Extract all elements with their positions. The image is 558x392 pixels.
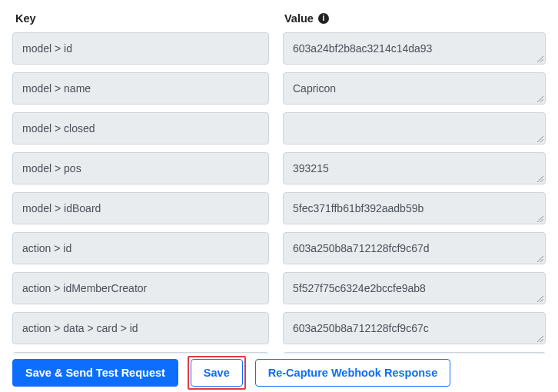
info-icon[interactable]: i	[318, 13, 329, 24]
value-text: 603a250b8a712128fcf9c67c	[293, 322, 429, 334]
value-cell[interactable]: 5f527f75c6324e2bccfe9ab8	[283, 272, 546, 304]
value-text: 5f527f75c6324e2bccfe9ab8	[293, 282, 426, 294]
table-row: action > id603a250b8a712128fcf9c67d	[12, 232, 546, 264]
svg-line-11	[540, 259, 543, 262]
table-row: model > id603a24bf2b8ac3214c14da93	[12, 32, 546, 65]
svg-line-13	[540, 299, 543, 302]
svg-line-6	[537, 176, 543, 182]
resize-grip-icon[interactable]	[536, 95, 544, 103]
resize-grip-icon[interactable]	[536, 295, 544, 303]
svg-line-3	[540, 99, 543, 102]
key-cell[interactable]: action > data > card > id	[12, 312, 269, 344]
save-send-test-request-button[interactable]: Save & Send Test Request	[12, 359, 178, 387]
table-header-row: Key Value i	[12, 12, 546, 32]
svg-line-5	[540, 139, 543, 142]
recapture-webhook-response-button[interactable]: Re-Capture Webhook Response	[255, 359, 451, 387]
svg-line-12	[537, 296, 543, 302]
key-text: action > data > card > id	[22, 322, 138, 334]
table-row: action > idMemberCreator5f527f75c6324e2b…	[12, 272, 546, 304]
save-button-highlight: Save	[188, 356, 246, 390]
key-text: model > idBoard	[22, 202, 101, 214]
resize-grip-icon[interactable]	[536, 135, 544, 143]
value-cell[interactable]: 603a250b8a712128fcf9c67c	[283, 312, 546, 344]
table-row: model > closed	[12, 112, 546, 145]
table-row: model > nameCapricon	[12, 72, 546, 105]
svg-line-7	[540, 179, 543, 182]
table-row: model > pos393215	[12, 152, 546, 184]
key-text: model > name	[22, 82, 91, 95]
table-row: model > idBoard5fec371ffb61bf392aadb59b	[12, 192, 546, 224]
key-cell[interactable]: action > idMemberCreator	[12, 272, 269, 304]
value-cell[interactable]: 603a250b8a712128fcf9c67d	[283, 232, 546, 264]
value-cell[interactable]	[283, 112, 546, 145]
key-text: model > id	[22, 42, 72, 55]
svg-line-10	[537, 256, 543, 262]
svg-line-9	[540, 219, 543, 222]
table-row: action > data > card > id603a250b8a71212…	[12, 312, 546, 344]
value-cell[interactable]: 603a24bf2b8ac3214c14da93	[283, 32, 546, 65]
header-key: Key	[15, 12, 284, 25]
header-value: Value	[284, 12, 314, 25]
svg-line-14	[537, 336, 543, 342]
key-cell[interactable]: action > id	[12, 232, 269, 264]
svg-line-1	[540, 59, 543, 62]
value-cell[interactable]: 393215	[283, 152, 546, 184]
resize-grip-icon[interactable]	[536, 215, 544, 223]
value-text: 603a250b8a712128fcf9c67d	[293, 242, 430, 254]
key-cell[interactable]: model > id	[12, 32, 269, 65]
key-cell[interactable]: model > pos	[12, 152, 269, 184]
resize-grip-icon[interactable]	[536, 55, 544, 63]
value-cell[interactable]: 5fec371ffb61bf392aadb59b	[283, 192, 546, 224]
svg-line-0	[537, 56, 543, 62]
key-cell[interactable]: model > idBoard	[12, 192, 269, 224]
key-cell[interactable]: model > closed	[12, 112, 269, 145]
key-cell[interactable]: model > name	[12, 72, 269, 105]
resize-grip-icon[interactable]	[536, 255, 544, 263]
save-button[interactable]: Save	[191, 359, 243, 387]
value-text: 393215	[293, 162, 329, 174]
svg-line-4	[537, 136, 543, 142]
value-text: Capricon	[293, 82, 336, 95]
resize-grip-icon[interactable]	[536, 175, 544, 183]
resize-grip-icon[interactable]	[536, 335, 544, 343]
svg-line-8	[537, 216, 543, 222]
value-text: 5fec371ffb61bf392aadb59b	[293, 202, 423, 214]
key-text: model > closed	[22, 122, 95, 135]
svg-line-2	[537, 96, 543, 102]
footer-bar: Save & Send Test Request Save Re-Capture…	[0, 354, 558, 392]
svg-line-15	[540, 339, 543, 342]
value-cell[interactable]: Capricon	[283, 72, 546, 105]
key-text: model > pos	[22, 162, 81, 174]
table-scroll-area[interactable]: Key Value i model > id603a24bf2b8ac3214c…	[0, 0, 558, 354]
key-text: action > idMemberCreator	[22, 282, 147, 294]
value-text: 603a24bf2b8ac3214c14da93	[293, 42, 432, 55]
key-text: action > id	[22, 242, 71, 254]
